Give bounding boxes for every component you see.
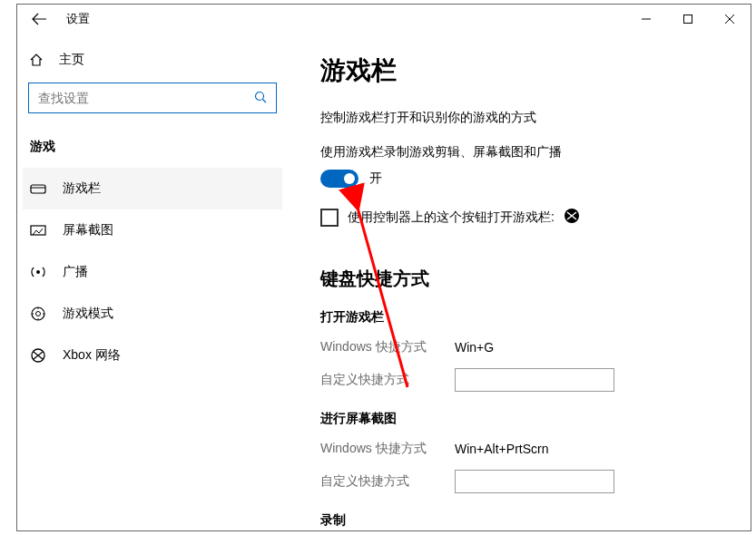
captures-icon (30, 224, 46, 237)
external-edge (0, 0, 16, 535)
sidebar: 主页 游戏 游戏栏 屏幕截图 (17, 34, 290, 530)
sidebar-item-game-bar[interactable]: 游戏栏 (23, 168, 282, 209)
maximize-icon (683, 15, 692, 24)
close-icon (725, 15, 734, 24)
window-title: 设置 (66, 11, 90, 27)
sidebar-item-label: Xbox 网络 (63, 347, 121, 364)
shortcut-win-label: Windows 快捷方式 (320, 441, 455, 457)
titlebar: 设置 (17, 5, 751, 34)
maximize-button[interactable] (667, 5, 709, 34)
sidebar-item-captures[interactable]: 屏幕截图 (23, 209, 282, 251)
search-input[interactable] (38, 91, 254, 105)
page-description: 控制游戏栏打开和识别你的游戏的方式 (320, 110, 729, 126)
sidebar-item-label: 游戏模式 (63, 306, 113, 322)
sidebar-item-broadcast[interactable]: 广播 (23, 251, 282, 293)
sidebar-item-label: 屏幕截图 (63, 222, 113, 238)
shortcut-custom-label: 自定义快捷方式 (320, 372, 455, 388)
checkbox-label: 使用控制器上的这个按钮打开游戏栏: (348, 209, 555, 226)
sidebar-item-label: 主页 (59, 52, 84, 68)
minimize-button[interactable] (625, 5, 667, 34)
minimize-icon (642, 15, 651, 24)
svg-point-4 (36, 270, 40, 274)
shortcut-win-label: Windows 快捷方式 (320, 339, 455, 355)
sidebar-item-label: 广播 (63, 264, 88, 280)
sidebar-item-xbox-network[interactable]: Xbox 网络 (23, 335, 282, 376)
toggle-state-label: 开 (369, 170, 382, 187)
shortcuts-heading: 键盘快捷方式 (320, 267, 729, 291)
svg-point-6 (36, 312, 41, 316)
settings-window: 设置 主页 游戏 (16, 4, 751, 531)
shortcut-custom-label: 自定义快捷方式 (320, 473, 455, 490)
page-title: 游戏栏 (320, 54, 729, 88)
sidebar-section-title: 游戏 (23, 135, 282, 168)
game-bar-toggle[interactable] (320, 170, 358, 188)
search-input-wrapper[interactable] (28, 83, 277, 113)
back-button[interactable] (17, 5, 61, 34)
svg-point-5 (32, 307, 44, 320)
sidebar-item-home[interactable]: 主页 (23, 46, 282, 83)
svg-rect-3 (31, 226, 45, 235)
svg-point-1 (256, 92, 264, 100)
back-arrow-icon (32, 13, 46, 25)
toggle-description: 使用游戏栏录制游戏剪辑、屏幕截图和广播 (320, 144, 729, 160)
shortcut-win-value: Win+Alt+PrtScrn (455, 442, 729, 456)
home-icon (28, 53, 44, 67)
main-panel: 游戏栏 控制游戏栏打开和识别你的游戏的方式 使用游戏栏录制游戏剪辑、屏幕截图和广… (290, 34, 751, 530)
shortcut-group-title: 录制 (320, 512, 729, 529)
broadcast-icon (30, 265, 46, 279)
shortcut-group-title: 进行屏幕截图 (320, 411, 729, 427)
sidebar-item-label: 游戏栏 (63, 180, 101, 197)
toggle-knob (344, 173, 355, 184)
controller-button-checkbox[interactable] (320, 209, 339, 227)
game-bar-icon (30, 182, 46, 195)
shortcut-custom-input[interactable] (455, 470, 614, 493)
game-mode-icon (30, 306, 46, 322)
shortcut-win-value: Win+G (455, 340, 729, 355)
sidebar-item-game-mode[interactable]: 游戏模式 (23, 293, 282, 335)
close-button[interactable] (709, 5, 751, 34)
svg-rect-2 (31, 185, 45, 193)
svg-rect-0 (684, 15, 692, 24)
shortcut-custom-input[interactable] (455, 368, 614, 392)
shortcut-group-title: 打开游戏栏 (320, 309, 729, 326)
xbox-button-icon (564, 208, 580, 227)
search-icon (254, 91, 267, 106)
xbox-icon (30, 348, 46, 363)
